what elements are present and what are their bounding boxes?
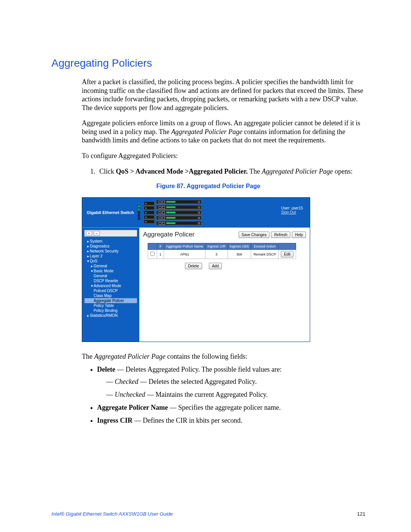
intro-paragraph-1: After a packet is classified, the polici… — [82, 78, 365, 112]
checked-key: Checked — [115, 378, 139, 385]
field-delete-label: Delete — [97, 366, 115, 373]
th-action — [279, 243, 296, 250]
row-checkbox[interactable] — [150, 252, 155, 256]
banner-graphic: 1 2 3 4 5 — [138, 198, 202, 227]
tree-general[interactable]: ▸General — [84, 264, 137, 268]
table-row: 1 APN1 3 300 Remark DSCP Edit — [148, 250, 296, 259]
tree-qos-label: QoS — [90, 259, 97, 263]
row-name: APN1 — [164, 250, 206, 259]
th-cbs: Ingress CBS — [228, 243, 251, 250]
tree-layer2[interactable]: ▸Layer 2 — [84, 254, 137, 259]
tree-layer2-label: Layer 2 — [90, 254, 102, 258]
screenshot: Gigabit Ethernet Switch 1 2 3 4 5 — [82, 197, 310, 342]
th-name: Aggregate Policer Name — [164, 243, 206, 250]
port-column — [144, 200, 155, 225]
figure-caption: Figure 87. Aggregated Policier Page — [51, 183, 365, 190]
th-exceed: Exceed Action — [251, 243, 279, 250]
tree-diagnostics[interactable]: ▸Diagnostics — [84, 244, 137, 249]
page-number: 121 — [357, 511, 365, 517]
page-footer: Intel® Gigabit Ethernet Switch AXXSW1GB … — [51, 511, 365, 517]
step-1: Click QoS > Advanced Mode >Aggregated Po… — [97, 167, 365, 176]
field-apn-label: Aggregate Policer Name — [97, 404, 168, 411]
fields-lead-post: contains the following fields: — [166, 353, 247, 360]
edit-button[interactable]: Edit — [281, 251, 293, 257]
delete-button[interactable]: Delete — [185, 263, 202, 269]
user-block: User: user15 Sign Out — [281, 206, 303, 214]
row-exceed: Remark DSCP — [251, 250, 279, 259]
step1-pre: Click — [99, 168, 116, 175]
tree-netsec-label: Network Security — [90, 249, 119, 253]
product-title: Gigabit Ethernet Switch — [82, 198, 134, 227]
policer-table: # Aggregate Policer Name Ingress CIR Ing… — [148, 243, 296, 259]
tree-stats-label: Statistics/RMON — [90, 313, 118, 318]
tree-basic-label: Basic Mode — [94, 269, 113, 273]
tree-general-label: General — [94, 264, 107, 268]
tree-diagnostics-label: Diagnostics — [90, 244, 110, 248]
step1-post: opens: — [333, 168, 353, 175]
steps-list: Click QoS > Advanced Mode >Aggregated Po… — [97, 167, 365, 176]
p2-em: Aggregated Policier Page — [171, 128, 242, 136]
content-area: Aggregate Policer Save Changes Refresh H… — [139, 228, 310, 342]
refresh-button[interactable]: Refresh — [271, 232, 290, 238]
value-unchecked: Unchecked — Maintains the current Aggreg… — [106, 390, 365, 400]
tree-network-security[interactable]: ▸Network Security — [84, 249, 137, 254]
add-button[interactable]: Add — [209, 263, 222, 269]
field-apn-desc: — Specifies the aggregate policer name. — [168, 404, 280, 411]
section-heading: Aggregating Policiers — [51, 57, 365, 69]
tree-policy-table[interactable]: Policy Table — [84, 303, 137, 308]
intro-paragraph-2: Aggregate policiers enforce limits on a … — [82, 119, 365, 145]
th-cir: Ingress CIR — [206, 243, 228, 250]
field-delete: Delete — Deletes Aggregated Policy. The … — [97, 364, 365, 400]
field-delete-desc: — Deletes Aggregated Policy. The possibl… — [115, 366, 282, 373]
fields-lead: The Aggregated Policier Page contains th… — [82, 353, 365, 361]
tree-basic-mode[interactable]: ▾Basic Mode — [84, 268, 137, 273]
tree-system[interactable]: ▸System — [84, 239, 137, 244]
unchecked-key: Unchecked — [115, 391, 145, 398]
field-apn: Aggregate Policer Name — Specifies the a… — [97, 403, 365, 413]
configure-lead: To configure Aggregated Policiers: — [82, 152, 365, 160]
user-label: User: user15 — [281, 206, 303, 210]
row-cir: 3 — [206, 250, 228, 259]
tree-dscp-rewrite[interactable]: DSCP Rewrite — [84, 278, 137, 283]
tree-qos[interactable]: ▾QoS — [84, 259, 137, 264]
row-index: 1 — [157, 250, 164, 259]
tree-advanced-label: Advanced Mode — [94, 284, 121, 288]
tree-tools: + − — [84, 230, 137, 236]
sign-out-link[interactable]: Sign Out — [281, 210, 296, 214]
tree-policed-dscp[interactable]: Policed DSCP — [84, 288, 137, 293]
tree-aggregate-policer[interactable]: Aggregate Policer — [84, 298, 137, 303]
content-title: Aggregate Policer — [143, 231, 194, 238]
tree-class-map[interactable]: Class Map — [84, 293, 137, 298]
help-button[interactable]: Help — [292, 232, 306, 238]
field-cir-label: Ingress CIR — [97, 417, 132, 424]
banner: Gigabit Ethernet Switch 1 2 3 4 5 — [82, 198, 310, 227]
fields-list: Delete — Deletes Aggregated Policy. The … — [97, 364, 365, 426]
th-index: # — [157, 243, 164, 250]
step1-mid: The — [248, 168, 262, 175]
tree-system-label: System — [90, 239, 102, 243]
sidebar: + − ▸System ▸Diagnostics ▸Network Securi… — [82, 228, 139, 342]
fields-lead-em: Aggregated Policier Page — [94, 353, 165, 360]
save-changes-button[interactable]: Save Changes — [239, 232, 270, 238]
row-cbs: 300 — [228, 250, 251, 259]
delete-values: Checked — Deletes the selected Aggregate… — [106, 377, 365, 400]
footer-guide: Intel® Gigabit Ethernet Switch AXXSW1GB … — [51, 511, 173, 517]
tree-basic-general[interactable]: General — [84, 273, 137, 278]
chassis-graphic: 1 2 3 4 5 — [156, 198, 202, 227]
field-cir-desc: — Defines the CIR in kbits per second. — [132, 417, 242, 424]
expand-all-button[interactable]: + — [86, 231, 92, 236]
step1-bold: QoS > Advanced Mode >Aggregated Policier… — [116, 168, 248, 175]
checked-desc: — Deletes the selected Aggregated Policy… — [138, 378, 256, 385]
tree-advanced-mode[interactable]: ▾Advanced Mode — [84, 283, 137, 288]
led-column — [138, 203, 142, 222]
field-cir: Ingress CIR — Defines the CIR in kbits p… — [97, 415, 365, 426]
tree-statistics[interactable]: ▸Statistics/RMON — [84, 313, 137, 318]
tree-policy-binding[interactable]: Policy Binding — [84, 308, 137, 313]
collapse-all-button[interactable]: − — [94, 231, 100, 236]
th-checkbox — [148, 243, 157, 250]
step1-em: Aggregated Policier Page — [262, 168, 333, 175]
unchecked-desc: — Maintains the current Aggregated Polic… — [145, 391, 268, 398]
value-checked: Checked — Deletes the selected Aggregate… — [106, 377, 365, 387]
fields-lead-pre: The — [82, 353, 94, 360]
